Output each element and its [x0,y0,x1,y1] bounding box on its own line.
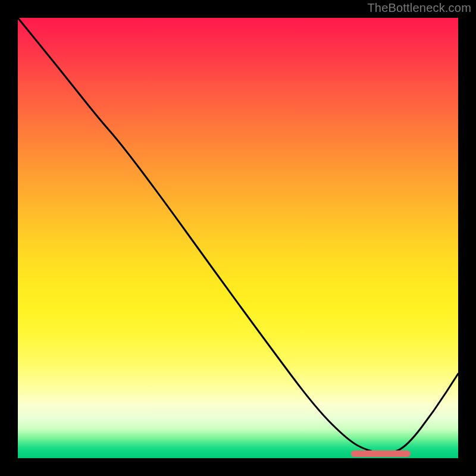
chart-stage: TheBottleneck.com [0,0,476,476]
plot-area [18,18,458,458]
bottleneck-curve [18,18,458,453]
attribution-text: TheBottleneck.com [367,1,471,15]
min-marker [351,450,411,457]
curve-svg [18,18,458,458]
